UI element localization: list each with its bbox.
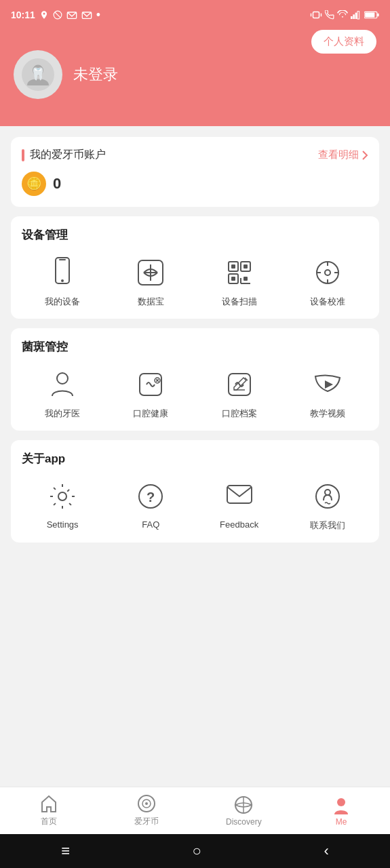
dentist-icon-box xyxy=(45,367,80,402)
home-button[interactable]: ○ xyxy=(193,842,201,860)
back-button[interactable]: ‹ xyxy=(324,842,328,860)
data-icon-box xyxy=(133,255,168,290)
feedback-item[interactable]: Feedback xyxy=(199,479,280,532)
svg-text:?: ? xyxy=(147,490,155,505)
chevron-right-icon xyxy=(362,150,368,161)
tutorial-videos-item[interactable]: 教学视频 xyxy=(287,367,368,420)
avatar-icon: 🦷 xyxy=(22,58,54,91)
coins-detail-label: 查看明细 xyxy=(318,149,359,161)
video-label: 教学视频 xyxy=(310,408,345,420)
profile-row: 🦷 未登录 xyxy=(14,50,376,99)
coin-emoji: 🪙 xyxy=(26,176,41,191)
svg-rect-8 xyxy=(353,14,355,19)
header-area: 个人资料 🦷 未登录 xyxy=(0,30,390,126)
svg-point-45 xyxy=(58,492,66,500)
svg-point-56 xyxy=(337,798,345,806)
main-content: 我的爱牙币账户 查看明细 🪙 0 设备管理 xyxy=(0,126,390,637)
svg-point-33 xyxy=(325,270,330,275)
my-dentist-item[interactable]: 我的牙医 xyxy=(22,367,103,420)
coin-amount: 0 xyxy=(53,175,61,193)
oral-health-item[interactable]: 口腔健康 xyxy=(110,367,191,420)
plaque-card: 菌斑管控 我的牙医 xyxy=(11,328,379,431)
bottom-nav: 首页 爱牙币 Discovery Me xyxy=(0,787,390,834)
home-icon xyxy=(39,794,58,813)
my-device-item[interactable]: 我的设备 xyxy=(22,255,103,308)
dentist-label: 我的牙医 xyxy=(45,408,80,420)
coins-title-bar xyxy=(22,149,24,161)
video-icon xyxy=(314,372,341,397)
svg-line-1 xyxy=(55,12,60,18)
device-scan-item[interactable]: 设备扫描 xyxy=(199,255,280,308)
menu-button[interactable]: ≡ xyxy=(61,842,70,860)
faq-icon: ? xyxy=(137,483,164,510)
nav-me[interactable]: Me xyxy=(292,787,390,834)
home-nav-icon xyxy=(39,794,58,813)
oral-health-icon xyxy=(137,371,164,398)
about-card: 关于app Settings ? xyxy=(11,440,379,542)
wifi-icon xyxy=(337,10,348,20)
oral-health-icon-box xyxy=(133,367,168,402)
svg-rect-4 xyxy=(313,12,319,18)
profile-button[interactable]: 个人资料 xyxy=(311,30,376,54)
scan-icon xyxy=(226,259,253,286)
device-card: 设备管理 我的设备 xyxy=(11,216,379,319)
settings-icon-box xyxy=(45,479,80,514)
settings-label: Settings xyxy=(47,519,79,530)
about-section-title: 关于app xyxy=(22,451,368,467)
nav-home[interactable]: 首页 xyxy=(0,787,98,834)
device-grid: 我的设备 数据宝 xyxy=(22,255,368,308)
coins-detail-link[interactable]: 查看明细 xyxy=(318,149,368,161)
oral-records-icon-box xyxy=(222,367,257,402)
status-time: 10:11 xyxy=(11,9,35,20)
battery-icon xyxy=(364,10,379,20)
signal-icon xyxy=(351,10,362,20)
discovery-nav-icon xyxy=(234,795,253,814)
data-icon xyxy=(137,259,164,286)
oral-health-label: 口腔健康 xyxy=(133,408,168,420)
device-icon xyxy=(50,257,75,288)
svg-point-49 xyxy=(316,485,339,508)
nav-coins[interactable]: 爱牙币 xyxy=(98,787,195,834)
circle-icon xyxy=(53,10,62,20)
oral-records-item[interactable]: 口腔档案 xyxy=(199,367,280,420)
video-icon-box xyxy=(310,367,345,402)
location-icon xyxy=(39,10,49,20)
data-treasure-item[interactable]: 数据宝 xyxy=(110,255,191,308)
svg-text:🦷: 🦷 xyxy=(31,66,45,81)
coins-title-row: 我的爱牙币账户 xyxy=(22,148,106,162)
dentist-icon xyxy=(50,370,75,399)
me-icon xyxy=(332,795,351,814)
device-icon-box xyxy=(45,255,80,290)
svg-rect-31 xyxy=(231,277,235,281)
svg-rect-18 xyxy=(59,259,66,260)
nav-discovery[interactable]: Discovery xyxy=(195,787,293,834)
data-label: 数据宝 xyxy=(138,296,164,308)
svg-point-19 xyxy=(61,279,64,282)
faq-item[interactable]: ? FAQ xyxy=(110,479,191,532)
calibrate-icon-box xyxy=(310,255,345,290)
svg-rect-9 xyxy=(355,13,357,19)
contact-label: 联系我们 xyxy=(310,519,345,532)
scan-icon-box xyxy=(222,255,257,290)
feedback-label: Feedback xyxy=(220,519,258,530)
coins-header: 我的爱牙币账户 查看明细 xyxy=(22,148,368,162)
discovery-nav-label: Discovery xyxy=(226,817,262,827)
device-calibrate-item[interactable]: 设备校准 xyxy=(287,255,368,308)
svg-rect-13 xyxy=(365,12,374,17)
svg-rect-10 xyxy=(357,12,359,19)
settings-item[interactable]: Settings xyxy=(22,479,103,532)
scan-label: 设备扫描 xyxy=(222,296,257,308)
coins-card: 我的爱牙币账户 查看明细 🪙 0 xyxy=(11,137,379,207)
username-label: 未登录 xyxy=(73,64,118,85)
home-nav-label: 首页 xyxy=(41,816,57,827)
coin-amount-row: 🪙 0 xyxy=(22,172,368,196)
svg-rect-30 xyxy=(243,264,248,269)
avatar: 🦷 xyxy=(14,50,62,99)
calibrate-label: 设备校准 xyxy=(310,296,345,308)
status-bar: 10:11 • xyxy=(0,0,390,30)
android-nav: ≡ ○ ‹ xyxy=(0,834,390,868)
contact-us-item[interactable]: 联系我们 xyxy=(287,479,368,532)
svg-rect-12 xyxy=(377,14,378,17)
feedback-icon-box xyxy=(222,479,257,514)
coins-icon xyxy=(137,794,156,813)
